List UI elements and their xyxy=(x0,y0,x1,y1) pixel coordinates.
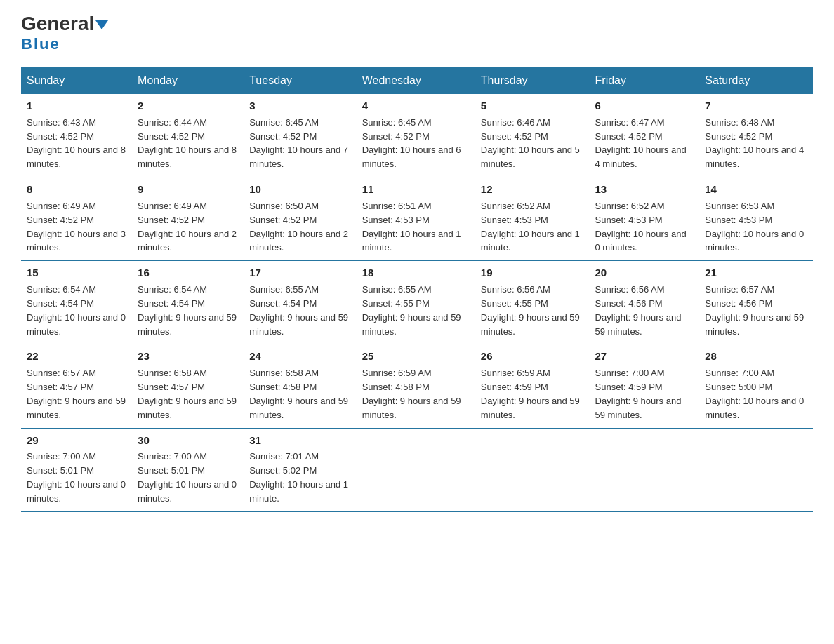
day-cell: 12Sunrise: 6:52 AMSunset: 4:53 PMDayligh… xyxy=(475,177,590,261)
day-info: Sunrise: 6:45 AMSunset: 4:52 PMDaylight:… xyxy=(362,117,461,170)
day-number: 14 xyxy=(705,182,807,197)
day-cell: 19Sunrise: 6:56 AMSunset: 4:55 PMDayligh… xyxy=(475,261,590,344)
header-tuesday: Tuesday xyxy=(244,67,357,94)
day-info: Sunrise: 6:49 AMSunset: 4:52 PMDaylight:… xyxy=(27,201,126,253)
day-number: 15 xyxy=(27,265,126,281)
calendar-table: SundayMondayTuesdayWednesdayThursdayFrid… xyxy=(21,67,813,512)
day-number: 23 xyxy=(138,349,238,364)
day-number: 5 xyxy=(481,98,584,114)
day-cell xyxy=(699,428,813,511)
header-monday: Monday xyxy=(132,67,244,94)
day-info: Sunrise: 7:00 AMSunset: 4:59 PMDaylight:… xyxy=(595,368,682,420)
day-number: 16 xyxy=(138,265,238,281)
day-info: Sunrise: 6:50 AMSunset: 4:52 PMDaylight:… xyxy=(249,201,348,253)
day-info: Sunrise: 6:49 AMSunset: 4:52 PMDaylight:… xyxy=(138,201,237,253)
day-info: Sunrise: 6:57 AMSunset: 4:56 PMDaylight:… xyxy=(705,284,804,337)
header-sunday: Sunday xyxy=(21,67,132,94)
day-info: Sunrise: 6:56 AMSunset: 4:55 PMDaylight:… xyxy=(481,284,580,337)
day-cell: 14Sunrise: 6:53 AMSunset: 4:53 PMDayligh… xyxy=(699,177,813,261)
logo-general: General xyxy=(21,13,94,34)
week-row-2: 8Sunrise: 6:49 AMSunset: 4:52 PMDaylight… xyxy=(21,177,813,261)
day-number: 9 xyxy=(138,182,238,197)
day-info: Sunrise: 6:55 AMSunset: 4:55 PMDaylight:… xyxy=(362,284,461,337)
day-number: 12 xyxy=(481,182,584,197)
day-cell: 29Sunrise: 7:00 AMSunset: 5:01 PMDayligh… xyxy=(21,428,132,511)
day-cell: 23Sunrise: 6:58 AMSunset: 4:57 PMDayligh… xyxy=(132,344,244,428)
day-cell: 10Sunrise: 6:50 AMSunset: 4:52 PMDayligh… xyxy=(244,177,357,261)
day-number: 1 xyxy=(27,98,126,114)
day-cell: 30Sunrise: 7:00 AMSunset: 5:01 PMDayligh… xyxy=(132,428,244,511)
day-number: 19 xyxy=(481,265,584,281)
day-info: Sunrise: 6:48 AMSunset: 4:52 PMDaylight:… xyxy=(705,117,804,170)
day-number: 18 xyxy=(362,265,470,281)
day-cell: 24Sunrise: 6:58 AMSunset: 4:58 PMDayligh… xyxy=(244,344,357,428)
day-cell: 31Sunrise: 7:01 AMSunset: 5:02 PMDayligh… xyxy=(244,428,357,511)
day-cell: 15Sunrise: 6:54 AMSunset: 4:54 PMDayligh… xyxy=(21,261,132,344)
day-number: 31 xyxy=(249,433,351,448)
logo-text: General xyxy=(21,14,108,34)
day-number: 30 xyxy=(138,433,238,448)
day-info: Sunrise: 6:47 AMSunset: 4:52 PMDaylight:… xyxy=(595,117,687,170)
day-number: 8 xyxy=(27,182,126,197)
day-cell: 9Sunrise: 6:49 AMSunset: 4:52 PMDaylight… xyxy=(132,177,244,261)
day-number: 26 xyxy=(481,349,584,364)
day-cell xyxy=(590,428,700,511)
day-number: 25 xyxy=(362,349,470,364)
day-cell: 8Sunrise: 6:49 AMSunset: 4:52 PMDaylight… xyxy=(21,177,132,261)
day-number: 3 xyxy=(249,98,351,114)
logo-blue: Blue xyxy=(21,35,60,53)
day-cell: 16Sunrise: 6:54 AMSunset: 4:54 PMDayligh… xyxy=(132,261,244,344)
day-info: Sunrise: 6:46 AMSunset: 4:52 PMDaylight:… xyxy=(481,117,580,170)
day-cell: 7Sunrise: 6:48 AMSunset: 4:52 PMDaylight… xyxy=(699,94,813,177)
week-row-4: 22Sunrise: 6:57 AMSunset: 4:57 PMDayligh… xyxy=(21,344,813,428)
week-row-1: 1Sunrise: 6:43 AMSunset: 4:52 PMDaylight… xyxy=(21,94,813,177)
day-cell: 28Sunrise: 7:00 AMSunset: 5:00 PMDayligh… xyxy=(699,344,813,428)
day-info: Sunrise: 7:00 AMSunset: 5:00 PMDaylight:… xyxy=(705,368,804,420)
day-info: Sunrise: 6:59 AMSunset: 4:58 PMDaylight:… xyxy=(362,368,461,420)
day-info: Sunrise: 7:01 AMSunset: 5:02 PMDaylight:… xyxy=(249,451,348,504)
day-info: Sunrise: 6:57 AMSunset: 4:57 PMDaylight:… xyxy=(27,368,126,420)
day-cell: 26Sunrise: 6:59 AMSunset: 4:59 PMDayligh… xyxy=(475,344,590,428)
day-cell: 18Sunrise: 6:55 AMSunset: 4:55 PMDayligh… xyxy=(357,261,475,344)
page-header: General Blue xyxy=(21,14,813,53)
day-number: 2 xyxy=(138,98,238,114)
day-info: Sunrise: 6:54 AMSunset: 4:54 PMDaylight:… xyxy=(138,284,237,337)
day-cell: 20Sunrise: 6:56 AMSunset: 4:56 PMDayligh… xyxy=(590,261,700,344)
day-cell: 25Sunrise: 6:59 AMSunset: 4:58 PMDayligh… xyxy=(357,344,475,428)
day-cell xyxy=(475,428,590,511)
day-number: 4 xyxy=(362,98,470,114)
day-cell: 5Sunrise: 6:46 AMSunset: 4:52 PMDaylight… xyxy=(475,94,590,177)
day-info: Sunrise: 6:58 AMSunset: 4:57 PMDaylight:… xyxy=(138,368,237,420)
week-row-5: 29Sunrise: 7:00 AMSunset: 5:01 PMDayligh… xyxy=(21,428,813,511)
day-cell: 1Sunrise: 6:43 AMSunset: 4:52 PMDaylight… xyxy=(21,94,132,177)
header-thursday: Thursday xyxy=(475,67,590,94)
day-info: Sunrise: 6:53 AMSunset: 4:53 PMDaylight:… xyxy=(705,201,804,253)
day-cell: 6Sunrise: 6:47 AMSunset: 4:52 PMDaylight… xyxy=(590,94,700,177)
day-number: 22 xyxy=(27,349,126,364)
day-number: 24 xyxy=(249,349,351,364)
day-info: Sunrise: 6:43 AMSunset: 4:52 PMDaylight:… xyxy=(27,117,126,170)
logo: General Blue xyxy=(21,14,108,53)
day-cell: 27Sunrise: 7:00 AMSunset: 4:59 PMDayligh… xyxy=(590,344,700,428)
day-info: Sunrise: 7:00 AMSunset: 5:01 PMDaylight:… xyxy=(27,451,126,504)
day-cell: 22Sunrise: 6:57 AMSunset: 4:57 PMDayligh… xyxy=(21,344,132,428)
day-number: 7 xyxy=(705,98,807,114)
day-info: Sunrise: 6:44 AMSunset: 4:52 PMDaylight:… xyxy=(138,117,237,170)
day-number: 6 xyxy=(595,98,694,114)
day-info: Sunrise: 6:51 AMSunset: 4:53 PMDaylight:… xyxy=(362,201,461,253)
day-cell: 21Sunrise: 6:57 AMSunset: 4:56 PMDayligh… xyxy=(699,261,813,344)
day-cell: 3Sunrise: 6:45 AMSunset: 4:52 PMDaylight… xyxy=(244,94,357,177)
day-cell: 11Sunrise: 6:51 AMSunset: 4:53 PMDayligh… xyxy=(357,177,475,261)
day-number: 10 xyxy=(249,182,351,197)
day-number: 17 xyxy=(249,265,351,281)
day-cell: 13Sunrise: 6:52 AMSunset: 4:53 PMDayligh… xyxy=(590,177,700,261)
header-friday: Friday xyxy=(590,67,700,94)
day-info: Sunrise: 6:59 AMSunset: 4:59 PMDaylight:… xyxy=(481,368,580,420)
day-info: Sunrise: 6:52 AMSunset: 4:53 PMDaylight:… xyxy=(481,201,580,253)
day-number: 27 xyxy=(595,349,694,364)
day-number: 11 xyxy=(362,182,470,197)
day-number: 28 xyxy=(705,349,807,364)
day-info: Sunrise: 7:00 AMSunset: 5:01 PMDaylight:… xyxy=(138,451,237,504)
day-info: Sunrise: 6:52 AMSunset: 4:53 PMDaylight:… xyxy=(595,201,687,253)
day-cell: 4Sunrise: 6:45 AMSunset: 4:52 PMDaylight… xyxy=(357,94,475,177)
